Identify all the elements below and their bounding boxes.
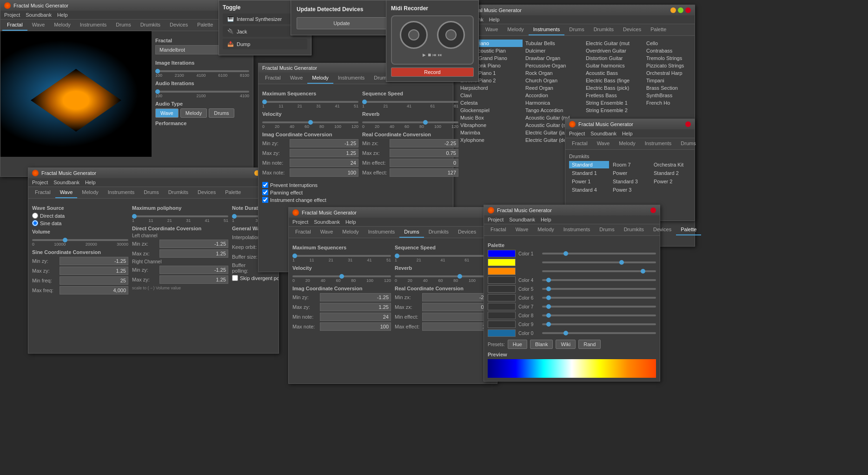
instrument-el-bass-pick[interactable]: Electric Bass (pick) <box>583 84 643 92</box>
menu-help-pal[interactable]: Help <box>541 217 551 222</box>
menu-project-pal[interactable]: Project <box>488 217 504 222</box>
maximize-btn-inst[interactable] <box>678 7 683 13</box>
instrument-contrabass[interactable]: Contrabass <box>643 47 691 54</box>
tab-melody-mel[interactable]: Melody <box>307 73 333 84</box>
drumkit-standard1[interactable]: Standard 1 <box>569 169 609 177</box>
tab-instruments-inst[interactable]: Instruments <box>529 24 564 35</box>
tab-drumkits-drums[interactable]: Drumkits <box>424 227 453 238</box>
mel-min-zx-input[interactable] <box>390 139 458 147</box>
tab-wave-mel[interactable]: Wave <box>285 73 308 84</box>
tab-melody-1[interactable]: Melody <box>49 20 75 31</box>
drums-max-zy-input[interactable] <box>320 303 391 311</box>
tab-devices-drums[interactable]: Devices <box>453 227 481 238</box>
toggle-dump[interactable]: 📤 Dump <box>223 39 307 49</box>
tab-fractal-mel[interactable]: Fractal <box>260 73 285 84</box>
close-btn-palette[interactable] <box>650 207 656 213</box>
tab-drums-inst[interactable]: Drums <box>564 24 589 35</box>
drums-min-note-input[interactable] <box>320 313 391 321</box>
mel-max-effect-input[interactable] <box>390 168 458 177</box>
instrument-celesta[interactable]: Celesta <box>457 99 523 107</box>
audio-drums-btn[interactable]: Drums <box>209 108 234 118</box>
instrument-tubular-bells[interactable]: Tubular Bells <box>523 40 583 47</box>
instrument-tremolo[interactable]: Tremolo Strings <box>643 54 691 62</box>
menu-help-dk[interactable]: Help <box>622 131 633 136</box>
instrument-dulcimer[interactable]: Dulcimer <box>523 47 583 54</box>
instrument-guitar-harmonics[interactable]: Guitar harmonics <box>583 62 643 69</box>
menu-help-inst[interactable]: Help <box>489 17 500 22</box>
drumkit-power3[interactable]: Power 3 <box>610 186 650 194</box>
reverb-slider-drums[interactable] <box>395 275 493 277</box>
tab-drumkits-pal[interactable]: Drumkits <box>619 224 649 235</box>
drumkit-standard3[interactable]: Standard 3 <box>610 178 650 185</box>
instrument-glockenspiel[interactable]: Glockenspiel <box>457 107 523 114</box>
instrument-distortion[interactable]: Distortion Guitar <box>583 54 643 62</box>
sine-min-zy-input[interactable] <box>60 257 128 265</box>
drums-max-effect-input[interactable] <box>422 322 493 331</box>
instrument-brass-section[interactable]: Brass Section <box>643 84 691 92</box>
drums-min-zx-input[interactable] <box>422 293 493 301</box>
instrument-string-ens1[interactable]: String Ensemble 1 <box>583 99 643 107</box>
menu-soundbank-wave[interactable]: Soundbank <box>53 180 80 185</box>
instrument-xylophone[interactable]: Xylophone <box>457 136 523 144</box>
tab-fractal-dk[interactable]: Fractal <box>567 138 592 149</box>
tab-fractal-1[interactable]: Fractal <box>2 20 27 31</box>
minimize-btn-inst[interactable] <box>670 7 676 13</box>
palette-swatch-5[interactable] <box>488 285 516 293</box>
sine-max-freq-input[interactable] <box>60 286 128 294</box>
tab-melody-wave[interactable]: Melody <box>77 187 103 198</box>
tab-instruments-drums[interactable]: Instruments <box>364 227 399 238</box>
instrument-el-guitar-mut[interactable]: Electric Guitar (mut <box>583 40 643 47</box>
menu-soundbank-dk[interactable]: Soundbank <box>590 131 616 136</box>
sine-max-zy-input[interactable] <box>60 267 128 275</box>
instrument-vibraphone[interactable]: Vibraphone <box>457 121 523 129</box>
tab-wave-dk[interactable]: Wave <box>592 138 615 149</box>
sine-min-freq-input[interactable] <box>60 276 128 285</box>
instrument-el-bass-finge[interactable]: Electric Bass (finge <box>583 77 643 84</box>
instrument-rock-organ[interactable]: Rock Organ <box>523 69 583 77</box>
instrument-fretless-bass[interactable]: Fretless Bass <box>583 92 643 99</box>
tab-melody-inst[interactable]: Melody <box>503 24 528 35</box>
radio-direct[interactable]: Direct data <box>32 213 128 219</box>
mel-min-zy-input[interactable] <box>290 139 358 147</box>
palette-slider-3[interactable] <box>542 270 656 272</box>
preset-wiki-btn[interactable]: Wiki <box>556 340 576 349</box>
tab-melody-dk[interactable]: Melody <box>614 138 640 149</box>
instrument-church-organ[interactable]: Church Organ <box>523 77 583 84</box>
tab-drumkits-inst[interactable]: Drumkits <box>589 24 618 35</box>
instrument-clavi[interactable]: Clavi <box>457 92 523 99</box>
instrument-acoustic-bass[interactable]: Acoustic Bass <box>583 69 643 77</box>
instrument-reed-organ[interactable]: Reed Organ <box>523 84 583 92</box>
instrument-harmonica[interactable]: Harmonica <box>523 99 583 107</box>
tab-instruments-mel[interactable]: Instruments <box>333 73 369 84</box>
instrument-synthbrass[interactable]: SynthBrass <box>643 92 691 99</box>
instrument-tango-accordion[interactable]: Tango Accordion <box>523 107 583 114</box>
right-min-zy-input[interactable] <box>159 266 228 274</box>
right-max-zy-input[interactable] <box>159 275 228 284</box>
tab-instruments-dk[interactable]: Instruments <box>640 138 676 149</box>
preset-rand-btn[interactable]: Rand <box>578 340 601 349</box>
tab-instruments-1[interactable]: Instruments <box>75 20 111 31</box>
tab-devices-wave[interactable]: Devices <box>193 187 220 198</box>
tab-drums-dk[interactable]: Drums <box>676 138 700 149</box>
tab-wave-inst[interactable]: Wave <box>481 24 503 35</box>
tab-wave-wave[interactable]: Wave <box>55 187 78 198</box>
close-btn-inst[interactable] <box>685 7 691 13</box>
menu-soundbank-drums[interactable]: Soundbank <box>314 219 340 225</box>
audio-melody-btn[interactable]: Melody <box>180 108 207 118</box>
mel-max-note-input[interactable] <box>290 168 358 177</box>
drumkit-standard4[interactable]: Standard 4 <box>569 186 609 194</box>
velocity-slider-mel[interactable] <box>262 121 358 123</box>
menu-project-drums[interactable]: Project <box>292 219 308 225</box>
menu-help-1[interactable]: Help <box>57 12 68 18</box>
menu-help-wave[interactable]: Help <box>85 180 96 185</box>
tab-drums-wave[interactable]: Drums <box>139 187 163 198</box>
tab-drums-pal[interactable]: Drums <box>595 224 619 235</box>
seq-speed-slider-mel[interactable] <box>362 101 458 103</box>
radio-sine[interactable]: Sine data <box>32 220 128 226</box>
tab-palette-inst[interactable]: Palette <box>646 24 671 35</box>
drumkit-room7[interactable]: Room 7 <box>610 161 650 168</box>
palette-slider-4[interactable] <box>542 279 656 281</box>
palette-slider-2[interactable] <box>542 261 656 263</box>
tab-wave-drums[interactable]: Wave <box>316 227 338 238</box>
tab-melody-drums[interactable]: Melody <box>338 227 363 238</box>
